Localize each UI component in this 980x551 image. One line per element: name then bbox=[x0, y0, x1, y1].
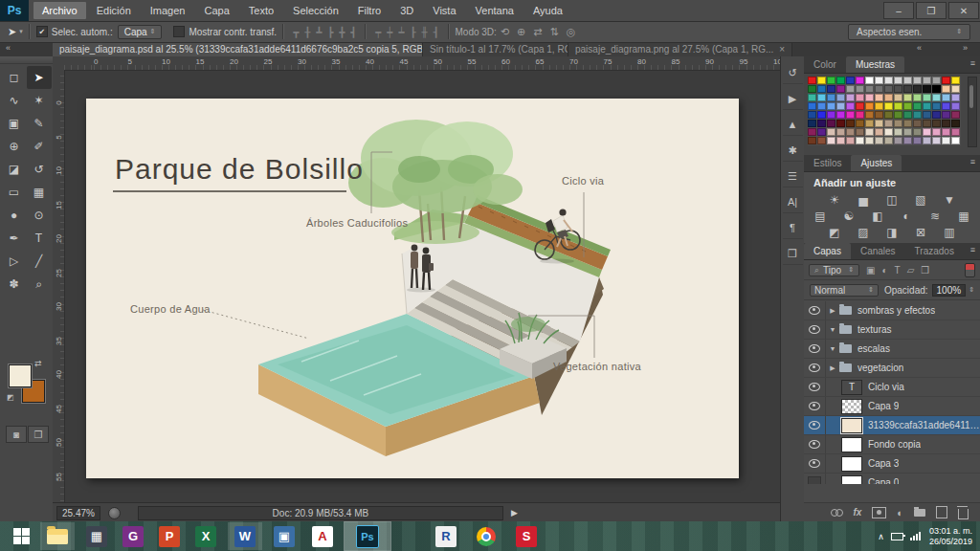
color-swatch[interactable] bbox=[894, 102, 902, 110]
align-bottom-icon[interactable]: ┻ bbox=[316, 27, 322, 37]
color-swatch[interactable] bbox=[951, 77, 960, 84]
align-left-icon[interactable]: ┣ bbox=[327, 27, 333, 37]
color-swatch[interactable] bbox=[903, 111, 912, 119]
eye-icon[interactable] bbox=[809, 402, 820, 410]
color-swatch[interactable] bbox=[856, 77, 864, 84]
color-swatch[interactable] bbox=[913, 137, 922, 144]
color-swatch[interactable] bbox=[856, 120, 864, 127]
dock-collapse-right-icon[interactable]: » bbox=[963, 43, 968, 53]
color-swatch[interactable] bbox=[856, 128, 864, 136]
clone-stamp-tool[interactable]: ◪ bbox=[2, 158, 27, 181]
taskbar-calculator[interactable]: ▦ bbox=[80, 522, 113, 550]
menu-ventana[interactable]: Ventana bbox=[467, 2, 523, 19]
clone-source-panel-icon[interactable]: ☰ bbox=[783, 165, 803, 187]
layer-row[interactable]: Capa 0 bbox=[804, 474, 980, 484]
color-swatch[interactable] bbox=[827, 85, 835, 93]
color-swatch[interactable] bbox=[875, 94, 883, 101]
color-swatch[interactable] bbox=[808, 111, 816, 119]
show-transform-checkbox[interactable] bbox=[173, 26, 185, 37]
color-swatch[interactable] bbox=[836, 128, 845, 136]
color-swatch[interactable] bbox=[913, 85, 922, 93]
selective-color-icon[interactable]: ⊠ bbox=[913, 226, 929, 239]
color-swatch[interactable] bbox=[836, 111, 845, 119]
auto-select-checkbox[interactable]: ✔ bbox=[36, 26, 48, 37]
panel-menu-icon[interactable]: ≡ bbox=[966, 56, 980, 73]
color-swatch[interactable] bbox=[865, 137, 874, 144]
taskbar-powerpoint[interactable]: P bbox=[153, 522, 186, 550]
color-lookup-icon[interactable]: ▦ bbox=[956, 209, 972, 223]
color-swatch[interactable] bbox=[856, 85, 864, 93]
color-swatch[interactable] bbox=[817, 128, 826, 136]
color-swatch[interactable] bbox=[923, 85, 931, 93]
color-swatch[interactable] bbox=[913, 111, 922, 119]
adobe-drive-icon[interactable] bbox=[108, 507, 121, 519]
gradient-map-icon[interactable]: ▥ bbox=[942, 226, 958, 239]
distribute-bottom-icon[interactable]: ┷ bbox=[398, 27, 404, 37]
color-swatch[interactable] bbox=[884, 137, 893, 144]
history-brush-tool[interactable]: ↺ bbox=[27, 158, 52, 181]
color-swatch[interactable] bbox=[865, 120, 874, 127]
eye-icon[interactable] bbox=[809, 383, 820, 391]
color-swatch[interactable] bbox=[817, 85, 826, 93]
tab-muestras[interactable]: Muestras bbox=[846, 56, 904, 73]
eyedropper-tool[interactable]: ✎ bbox=[27, 112, 52, 135]
3d-roll-icon[interactable]: ⊕ bbox=[517, 26, 525, 38]
layer-row[interactable]: ▼texturas bbox=[804, 320, 980, 340]
layer-row[interactable]: TCiclo via bbox=[804, 378, 980, 397]
color-swatch[interactable] bbox=[894, 120, 902, 127]
zoom-level-field[interactable]: 25.47% bbox=[56, 506, 100, 520]
taskbar-chrome[interactable] bbox=[469, 522, 503, 550]
levels-icon[interactable]: ▅ bbox=[856, 193, 872, 207]
color-swatch[interactable] bbox=[894, 85, 902, 93]
menu-selección[interactable]: Selección bbox=[284, 2, 347, 19]
3d-scale-icon[interactable]: ◎ bbox=[567, 26, 576, 38]
posterize-icon[interactable]: ▨ bbox=[856, 226, 872, 239]
add-layer-mask-icon[interactable] bbox=[872, 507, 886, 518]
color-swatch[interactable] bbox=[846, 137, 855, 144]
pen-tool[interactable]: ✒ bbox=[2, 227, 27, 250]
color-swatch[interactable] bbox=[951, 85, 960, 93]
color-swatch[interactable] bbox=[903, 102, 912, 110]
color-swatch[interactable] bbox=[913, 94, 922, 101]
color-swatch[interactable] bbox=[923, 120, 931, 127]
3d-rotate-icon[interactable]: ⟲ bbox=[501, 26, 509, 38]
hand-tool[interactable]: ✽ bbox=[2, 273, 27, 296]
tab-ajustes[interactable]: Ajustes bbox=[851, 155, 902, 171]
color-swatch[interactable] bbox=[846, 120, 855, 127]
gradient-tool[interactable]: ▦ bbox=[27, 181, 52, 204]
color-swatch[interactable] bbox=[894, 137, 902, 144]
color-swatch[interactable] bbox=[894, 111, 902, 119]
exposure-icon[interactable]: ▧ bbox=[913, 193, 929, 207]
hue-saturation-icon[interactable]: ▤ bbox=[813, 209, 829, 223]
eye-icon[interactable] bbox=[809, 325, 820, 334]
vibrance-icon[interactable]: ▼ bbox=[942, 193, 958, 207]
color-swatch[interactable] bbox=[951, 102, 960, 110]
color-swatch[interactable] bbox=[836, 94, 845, 101]
panel-menu-icon[interactable]: ≡ bbox=[966, 243, 980, 259]
color-swatch[interactable] bbox=[903, 94, 912, 101]
dropdown-arrow-icon[interactable]: ⇕ bbox=[969, 286, 974, 294]
opacity-field[interactable]: 100% bbox=[932, 284, 967, 297]
3d-panel-icon[interactable]: ❒ bbox=[783, 243, 803, 265]
color-swatch[interactable] bbox=[951, 120, 960, 127]
visibility-cell[interactable] bbox=[804, 378, 826, 396]
tool-preset-dropdown-icon[interactable]: ▾ bbox=[19, 28, 23, 35]
color-swatch[interactable] bbox=[827, 111, 835, 119]
color-swatch[interactable] bbox=[903, 120, 912, 127]
tray-expand-icon[interactable]: ∧ bbox=[878, 532, 884, 541]
color-swatch[interactable] bbox=[846, 102, 855, 110]
magic-wand-tool[interactable]: ✶ bbox=[27, 89, 52, 112]
color-swatch[interactable] bbox=[923, 102, 931, 110]
tab-trazados[interactable]: Trazados bbox=[905, 243, 964, 259]
color-swatch[interactable] bbox=[875, 77, 883, 84]
type-tool[interactable]: T bbox=[27, 227, 52, 250]
eye-icon[interactable] bbox=[809, 421, 820, 430]
history-panel-icon[interactable]: ↺ bbox=[783, 62, 803, 84]
eye-off-icon[interactable] bbox=[808, 476, 821, 485]
workspace-switcher[interactable]: Aspectos esen. ⇕ bbox=[848, 24, 970, 40]
path-select-tool[interactable]: ▷ bbox=[2, 250, 27, 273]
visibility-cell[interactable] bbox=[804, 474, 826, 484]
color-swatch[interactable] bbox=[875, 102, 883, 110]
color-swatch[interactable] bbox=[884, 102, 893, 110]
color-swatch[interactable] bbox=[951, 137, 960, 144]
